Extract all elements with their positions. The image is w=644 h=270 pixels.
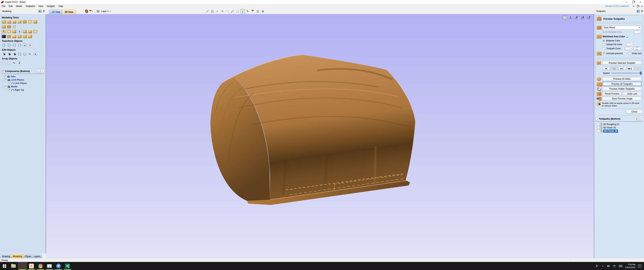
version-available-link[interactable]: Version 9.015 Available! bbox=[605, 5, 629, 8]
taskbar-aspire[interactable] bbox=[18, 262, 27, 270]
solid-material-color-dropdown[interactable]: ▼ bbox=[634, 30, 642, 34]
move-object-icon[interactable] bbox=[2, 44, 6, 47]
material-setup-icon[interactable]: ▼ bbox=[89, 9, 94, 14]
wood-model-3d[interactable] bbox=[46, 14, 593, 254]
global-fill-color-dropdown[interactable]: ▼ bbox=[626, 43, 634, 46]
group-objects-icon[interactable] bbox=[18, 53, 22, 56]
decal-merge-icon[interactable] bbox=[7, 25, 11, 28]
tree-checkbox[interactable] bbox=[8, 89, 11, 91]
scale-object-icon[interactable] bbox=[7, 44, 11, 47]
tab-layers[interactable]: Layers bbox=[32, 254, 42, 258]
taskbar-clock[interactable]: 7:09 PM 10/12/2019 bbox=[625, 263, 636, 269]
menu-help[interactable]: Help bbox=[57, 4, 65, 8]
undo-last-button[interactable]: Undo Last bbox=[623, 92, 642, 96]
keyboard-icon[interactable] bbox=[619, 264, 622, 267]
stacked-slices-icon[interactable] bbox=[28, 35, 32, 38]
run-to-top-icon[interactable]: ⏶ bbox=[634, 67, 642, 70]
menu-toolpaths[interactable]: Toolpaths bbox=[24, 4, 37, 8]
menu-file[interactable]: File bbox=[0, 4, 7, 8]
select-cursor-icon[interactable] bbox=[2, 53, 6, 56]
close-panel-button[interactable]: Close bbox=[626, 110, 642, 114]
viewport-3d[interactable]: z Z X Y bbox=[46, 14, 594, 258]
collapse-icon[interactable]: − bbox=[2, 79, 4, 81]
toolpath-color-radio[interactable] bbox=[603, 47, 605, 50]
people-icon[interactable] bbox=[595, 264, 598, 267]
mirror-object-icon[interactable] bbox=[18, 44, 22, 47]
sculpt-texture-icon[interactable] bbox=[23, 20, 27, 24]
frame-border-icon[interactable] bbox=[33, 30, 37, 33]
taskbar-chrome[interactable] bbox=[36, 262, 45, 270]
toolpath-move-up-button[interactable]: ⇧ bbox=[635, 117, 639, 121]
toolpath-item-roughing[interactable]: 3D Roughing 21 bbox=[595, 123, 643, 126]
blend-shapes-icon[interactable] bbox=[28, 30, 32, 33]
center-object-icon[interactable] bbox=[12, 44, 16, 47]
pause-preview-icon[interactable]: ❚❚ bbox=[610, 67, 618, 70]
minimize-button[interactable] bbox=[623, 0, 630, 4]
mdi-restore-button[interactable] bbox=[636, 5, 640, 8]
component-move-up-button[interactable]: ⇧ bbox=[36, 69, 40, 73]
import-component-icon[interactable] bbox=[2, 25, 6, 28]
texture-grid-icon[interactable] bbox=[7, 35, 11, 38]
tab-drawing[interactable]: Drawing bbox=[0, 254, 12, 258]
two-rail-sweep-icon[interactable] bbox=[7, 20, 11, 24]
zoom-box-icon[interactable]: ⬚ bbox=[235, 9, 240, 14]
speed-slider[interactable] bbox=[611, 73, 642, 73]
preview-visible-toolpaths-button[interactable]: Preview Visible Toolpaths bbox=[603, 87, 642, 91]
tree-item-model-group[interactable]: − Model bbox=[2, 85, 44, 88]
clear-region-icon[interactable] bbox=[2, 30, 6, 33]
zoom-to-drawing-icon[interactable]: ⤢ bbox=[205, 9, 210, 14]
toolpaths-visibility-checkbox[interactable] bbox=[595, 118, 598, 120]
toolpath-item-finish-33[interactable]: 3D Finish 33 bbox=[595, 126, 643, 129]
pin-panel-icon[interactable] bbox=[641, 10, 643, 13]
fillet-tool-icon[interactable] bbox=[33, 53, 37, 56]
menu-edit[interactable]: Edit bbox=[7, 4, 14, 8]
set-all-button[interactable]: Set All bbox=[634, 47, 642, 50]
toolpath-color-dropdown[interactable]: ▼ bbox=[625, 47, 632, 50]
sculpting-tool-icon[interactable] bbox=[2, 35, 6, 38]
tree-item-limit-planes[interactable]: Limit Planes bbox=[2, 82, 44, 85]
step-preview-icon[interactable]: ▶❙ bbox=[618, 67, 626, 70]
tab-2d-view[interactable]: 2D View bbox=[49, 10, 63, 14]
global-fill-color-radio[interactable] bbox=[603, 43, 605, 46]
material-color-radio[interactable] bbox=[603, 40, 605, 42]
tree-item-right-top[interactable]: Right Top bbox=[2, 88, 44, 92]
components-visibility-checkbox[interactable] bbox=[2, 70, 4, 72]
vector-unwrap-icon[interactable] bbox=[12, 25, 16, 28]
start-button[interactable] bbox=[0, 262, 9, 270]
material-grain-icon[interactable] bbox=[84, 9, 89, 14]
draw-tool-checkbox[interactable] bbox=[628, 52, 631, 55]
mdi-minimize-button[interactable] bbox=[632, 5, 636, 8]
tree-checkbox[interactable] bbox=[4, 79, 7, 81]
volume-icon[interactable] bbox=[607, 264, 610, 267]
menu-view[interactable]: View bbox=[37, 4, 45, 8]
toolpath-item-finish-34[interactable]: 3D Finish 34 bbox=[595, 129, 643, 133]
tree-item-limit-planes-group[interactable]: − Limit Planes bbox=[2, 78, 44, 82]
maximize-button[interactable] bbox=[630, 0, 637, 4]
emboss-model-icon[interactable] bbox=[23, 30, 27, 33]
align-center-icon[interactable] bbox=[28, 44, 32, 47]
wifi-icon[interactable] bbox=[613, 264, 616, 267]
grid-array-icon[interactable] bbox=[2, 61, 6, 65]
drive-rail-sweep-icon[interactable] bbox=[18, 20, 22, 24]
tree-item-tabs[interactable]: Tabs bbox=[2, 75, 44, 78]
preview-all-sides-button[interactable]: Preview All Sides bbox=[602, 77, 642, 81]
transform-cursor-icon[interactable] bbox=[12, 53, 16, 56]
dome-profile-icon[interactable] bbox=[12, 35, 16, 38]
toggle-shading-icon[interactable]: 💡 bbox=[240, 9, 245, 14]
mirror-merge-icon[interactable] bbox=[18, 30, 22, 33]
show-hidden-icons-chevron[interactable] bbox=[601, 264, 604, 267]
tab-modeling[interactable]: Modeling bbox=[11, 254, 24, 258]
collapse-icon[interactable]: − bbox=[2, 86, 4, 88]
toolpath-checkbox[interactable] bbox=[597, 123, 600, 125]
skip-to-end-icon[interactable]: ▶▶❙ bbox=[626, 67, 634, 70]
taskbar-file-explorer[interactable] bbox=[9, 262, 18, 270]
tile-windows-horizontal-icon[interactable]: ⊟ bbox=[260, 9, 265, 14]
layer-selector[interactable]: Layer 1 bbox=[101, 10, 108, 13]
rounded-dome-icon[interactable] bbox=[18, 35, 22, 38]
extrude-along-curve-icon[interactable] bbox=[12, 20, 16, 24]
menu-gadgets[interactable]: Gadgets bbox=[45, 4, 57, 8]
layers-stack-icon[interactable] bbox=[96, 9, 100, 14]
copy-along-curve-icon[interactable] bbox=[12, 61, 16, 65]
dome-shape-icon[interactable] bbox=[2, 20, 6, 24]
node-edit-cursor-icon[interactable] bbox=[7, 53, 11, 56]
